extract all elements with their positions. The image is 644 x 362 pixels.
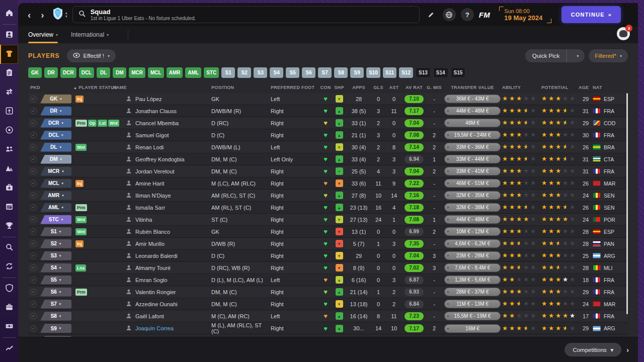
sidebar-item-competitions[interactable] [0, 217, 18, 236]
help-icon[interactable]: ? [461, 8, 474, 21]
club-crest[interactable] [52, 7, 64, 22]
player-name[interactable]: Gaël Lafont [135, 313, 164, 319]
pkd-position-dropdown[interactable]: S3▾ [40, 251, 71, 260]
column-header-shp[interactable]: SHP [332, 85, 346, 90]
picked-checkmark-icon[interactable]: ✓ [30, 289, 37, 295]
player-name[interactable]: Almamy Touré [135, 265, 171, 271]
sidebar-item-transfers[interactable] [0, 83, 18, 102]
picked-checkmark-icon[interactable]: ✓ [30, 192, 37, 199]
fm-logo[interactable]: FM [479, 11, 491, 19]
pkd-position-dropdown[interactable]: DCL▾ [40, 131, 71, 140]
social-avatar[interactable]: 3 [617, 27, 630, 40]
player-name[interactable]: Geoffrey Kondogbia [135, 156, 185, 162]
transfer-value[interactable]: 4,6M € - 6,2M € [444, 239, 501, 248]
picked-checkmark-icon[interactable]: ✓ [30, 277, 37, 283]
picked-checkmark-icon[interactable]: ✓ [30, 204, 37, 211]
view-selector-effectif[interactable]: Effectif ! ▾ [67, 49, 116, 62]
column-header-preferred-foot[interactable]: PREFERRED FOOT [271, 85, 319, 90]
player-name[interactable]: Jordan Veretout [135, 168, 175, 174]
pkd-position-dropdown[interactable]: S5▾ [40, 276, 71, 285]
table-row[interactable]: ✓AML▾PrmIsmaïla SarrAM (RL), ST (C)Right… [28, 202, 628, 214]
player-name[interactable]: Renan Lodi [135, 144, 164, 150]
sidebar-item-club-info[interactable] [0, 121, 18, 140]
table-row[interactable]: ✓S1▾WntRubén BlancoGKRight♥▾13 (1)006.99… [28, 226, 628, 238]
player-name[interactable]: Iliman N'Diaye [135, 193, 171, 199]
forward-button[interactable]: › [38, 10, 46, 20]
pkd-position-dropdown[interactable]: S8▾ [40, 312, 71, 321]
sidebar-item-medical-centre[interactable] [0, 178, 18, 198]
table-row[interactable]: ✓DCL▾Samuel GigotD (C)Right♥▴21 (1)307.0… [28, 129, 628, 141]
position-filter-s11[interactable]: S11 [383, 67, 396, 78]
picked-checkmark-icon[interactable]: ✓ [30, 120, 37, 126]
tab-overview[interactable]: Overview▾ [28, 26, 58, 43]
table-row[interactable]: ✓MCL▾InjAmine HaritM (LC), AM (RLC)Right… [28, 177, 628, 190]
sidebar-item-training[interactable] [0, 159, 18, 178]
sidebar-item-home[interactable] [0, 4, 18, 23]
column-header-con[interactable]: CON [319, 85, 332, 90]
continue-button[interactable]: CONTINUE» [561, 6, 621, 23]
transfer-value[interactable]: 33M € - 41M € [444, 167, 501, 175]
sidebar-item-staff[interactable] [0, 140, 18, 159]
pkd-position-dropdown[interactable]: S7▾ [40, 300, 71, 309]
position-filter-aml[interactable]: AML [185, 67, 201, 78]
vertical-scrollbar[interactable] [626, 93, 628, 314]
position-filter-s10[interactable]: S10 [366, 67, 380, 78]
pkd-position-dropdown[interactable]: GK▾ [40, 95, 71, 104]
player-name[interactable]: Ismaïla Sarr [135, 205, 165, 211]
table-row[interactable]: ✓AMR▾Iliman N'DiayeAM (RLC), ST (C)Right… [28, 190, 628, 202]
position-filter-s6[interactable]: S6 [302, 67, 315, 78]
column-header-av-rat[interactable]: AV RAT [403, 85, 426, 90]
column-header-potential[interactable]: POTENTIAL [541, 85, 579, 90]
transfer-value[interactable]: 36M € - 43M € [444, 95, 501, 103]
player-name[interactable]: Azzedine Ounahi [135, 301, 178, 307]
pkd-position-dropdown[interactable]: DL▾ [40, 143, 71, 152]
picked-checkmark-icon[interactable]: ✓ [30, 96, 37, 102]
table-row[interactable]: ✓S5▾Emran SogloD (L), M (LC), AM (L)Left… [28, 274, 628, 286]
player-name[interactable]: Leonardo Balerdi [135, 253, 178, 259]
world-icon[interactable] [443, 8, 456, 21]
picked-checkmark-icon[interactable]: ✓ [30, 252, 37, 259]
table-row[interactable]: ✓S9▾Joaquín CorreaM (L), AM (RLC), ST (C… [28, 322, 628, 334]
transfer-value[interactable]: 44M € - 48M € [444, 107, 501, 115]
sidebar-item-club-vision[interactable] [0, 279, 18, 298]
position-filter-s8[interactable]: S8 [334, 67, 348, 78]
sidebar-item-job-centre[interactable] [0, 298, 18, 317]
player-name[interactable]: Amir Murillo [135, 241, 165, 247]
picked-checkmark-icon[interactable]: ✓ [30, 216, 37, 223]
transfer-value[interactable]: 28M € - 37M € [444, 288, 501, 296]
sidebar-item-scouting[interactable] [0, 238, 18, 257]
position-filter-amr[interactable]: AMR [167, 67, 183, 78]
table-row[interactable]: ✓S6▾PrmValentin RongierDM, M (C)Right♥▴2… [28, 286, 628, 298]
sidebar-item-stats[interactable] [0, 339, 18, 358]
position-filter-s3[interactable]: S3 [254, 67, 267, 78]
sidebar-item-schedule[interactable] [0, 198, 18, 217]
column-header-transfer-value[interactable]: TRANSFER VALUE [443, 85, 502, 90]
sidebar-item-tactics[interactable] [0, 64, 18, 83]
position-filter-mcr[interactable]: MCR [129, 67, 145, 78]
search-icon[interactable] [78, 10, 86, 20]
position-filter-s2[interactable]: S2 [237, 67, 251, 78]
picked-checkmark-icon[interactable]: ✓ [30, 228, 37, 235]
table-row[interactable]: ✓S8▾Gaël LafontM (C), AM (RC)Left♥▴16 (1… [28, 310, 628, 322]
transfer-value[interactable]: 48M € [444, 119, 501, 127]
table-row[interactable]: ✓GK▾InjPau LópezGKLeft♥▾28007.10-36M € -… [28, 93, 628, 105]
picked-checkmark-icon[interactable]: ✓ [30, 313, 37, 319]
pkd-position-dropdown[interactable]: S6▾ [40, 288, 71, 297]
position-filter-mcl[interactable]: MCL [148, 67, 164, 78]
position-filter-s14[interactable]: S14 [433, 67, 448, 78]
transfer-value[interactable]: 11M € - 13M € [444, 300, 501, 308]
pkd-position-dropdown[interactable]: MCR▾ [40, 167, 71, 176]
game-date[interactable]: Sun 08:00 19 May 2024 [499, 7, 551, 23]
chevron-down-icon[interactable]: ▾ [571, 54, 585, 58]
transfer-value[interactable]: 10M € - 12M € [444, 227, 501, 236]
column-header-name[interactable]: NAME [113, 85, 211, 90]
pkd-position-dropdown[interactable]: S1▾ [40, 227, 71, 236]
table-row[interactable]: ✓S2▾InjAmir MurilloD/WB (R)Right♥▾5 (7)1… [28, 238, 628, 250]
transfer-value[interactable]: 15,5M € - 19M € [444, 312, 501, 320]
sidebar-item-squad[interactable] [0, 45, 18, 64]
table-row[interactable]: ✓DL▾WntRenan LodiD/WB/M (L)Left♥▾30 (4)2… [28, 141, 628, 153]
player-name[interactable]: Joaquín Correa [135, 325, 174, 331]
position-filter-s5[interactable]: S5 [286, 67, 299, 78]
column-header-ast[interactable]: AST [385, 85, 403, 90]
quick-pick-button[interactable]: Quick Pick ▾ [525, 49, 585, 62]
